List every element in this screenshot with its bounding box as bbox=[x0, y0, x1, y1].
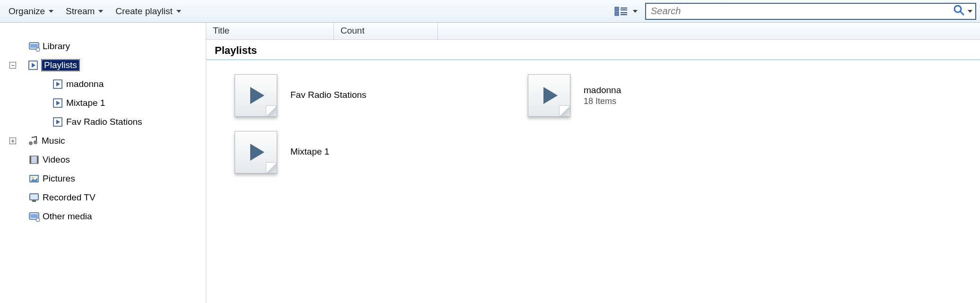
tree-label: Videos bbox=[43, 155, 70, 165]
group-header[interactable]: Playlists bbox=[206, 40, 980, 60]
svg-rect-23 bbox=[37, 156, 38, 164]
view-options-button[interactable] bbox=[613, 5, 639, 17]
create-playlist-menu[interactable]: Create playlist bbox=[111, 4, 185, 18]
play-icon bbox=[543, 87, 558, 104]
chevron-down-icon bbox=[633, 10, 638, 13]
play-icon bbox=[250, 144, 264, 161]
tree-item-library[interactable]: Library bbox=[9, 37, 204, 56]
navigation-tree: Library − Playlists madonna Mixtape 1 bbox=[0, 23, 206, 303]
svg-point-10 bbox=[36, 48, 40, 52]
tree-label: Music bbox=[42, 136, 65, 146]
tree-item-music[interactable]: + Music bbox=[9, 131, 204, 150]
collapse-icon[interactable]: − bbox=[9, 62, 16, 69]
svg-rect-9 bbox=[30, 44, 38, 48]
tree-item-playlists[interactable]: − Playlists bbox=[9, 56, 204, 75]
view-grid-icon bbox=[615, 6, 628, 17]
content-pane: Title Count Playlists Fav Radio Stations bbox=[206, 23, 980, 303]
playlist-text: Mixtape 1 bbox=[290, 147, 329, 158]
playlist-text: madonna 18 Items bbox=[584, 85, 621, 106]
svg-rect-29 bbox=[30, 214, 38, 218]
playlist-grid: Fav Radio Stations madonna 18 Items bbox=[206, 60, 980, 188]
search-icon[interactable] bbox=[954, 5, 964, 17]
tree-item-videos[interactable]: Videos bbox=[9, 150, 204, 169]
play-icon bbox=[250, 87, 264, 104]
tree-label: Library bbox=[43, 41, 70, 52]
tree-item-playlist-child[interactable]: Mixtape 1 bbox=[9, 94, 204, 113]
tree-label: Other media bbox=[43, 211, 92, 222]
expand-icon[interactable]: + bbox=[9, 138, 16, 144]
organize-label: Organize bbox=[9, 6, 45, 17]
playlist-title: Fav Radio Stations bbox=[290, 90, 367, 100]
main-split: Library − Playlists madonna Mixtape 1 bbox=[0, 23, 980, 303]
stream-label: Stream bbox=[66, 6, 95, 17]
column-count-label: Count bbox=[341, 26, 365, 35]
picture-icon bbox=[28, 173, 40, 184]
tree-label: Pictures bbox=[43, 173, 75, 184]
playlist-icon bbox=[52, 97, 63, 109]
tree-label: Playlists bbox=[42, 60, 79, 71]
tree-label: Recorded TV bbox=[43, 192, 96, 203]
playlist-thumb bbox=[235, 131, 277, 173]
tree-item-recorded-tv[interactable]: Recorded TV bbox=[9, 188, 204, 207]
search-input[interactable] bbox=[651, 6, 954, 17]
column-headers: Title Count bbox=[206, 23, 980, 40]
playlist-subtitle: 18 Items bbox=[584, 96, 621, 106]
playlist-title: Mixtape 1 bbox=[290, 147, 329, 157]
search-icon-wrap bbox=[954, 5, 972, 17]
toolbar: Organize Stream Create playlist bbox=[0, 0, 980, 23]
playlist-item[interactable]: Mixtape 1 bbox=[235, 131, 509, 173]
column-header-title[interactable]: Title bbox=[206, 23, 334, 39]
chevron-down-icon bbox=[968, 10, 972, 13]
chevron-down-icon bbox=[98, 10, 103, 13]
svg-rect-27 bbox=[32, 200, 36, 202]
column-title-label: Title bbox=[213, 26, 229, 35]
search-box[interactable] bbox=[645, 3, 976, 20]
playlist-title: madonna bbox=[584, 85, 621, 95]
svg-rect-0 bbox=[615, 7, 619, 11]
library-icon bbox=[28, 41, 40, 52]
create-playlist-label: Create playlist bbox=[115, 6, 172, 17]
svg-point-19 bbox=[29, 141, 33, 145]
svg-point-30 bbox=[36, 218, 40, 222]
tree-item-playlist-child[interactable]: Fav Radio Stations bbox=[9, 113, 204, 131]
tree-item-other-media[interactable]: Other media bbox=[9, 207, 204, 226]
playlist-icon bbox=[27, 60, 39, 71]
group-header-label: Playlists bbox=[215, 44, 257, 56]
music-icon bbox=[27, 135, 39, 147]
organize-menu[interactable]: Organize bbox=[4, 4, 58, 18]
library-icon bbox=[28, 211, 40, 222]
playlist-item[interactable]: Fav Radio Stations bbox=[235, 74, 509, 117]
tree-item-playlist-child[interactable]: madonna bbox=[9, 75, 204, 94]
chevron-down-icon bbox=[49, 10, 53, 13]
playlist-item[interactable]: madonna 18 Items bbox=[528, 74, 802, 117]
video-icon bbox=[28, 154, 40, 165]
playlist-thumb bbox=[235, 74, 277, 117]
playlist-text: Fav Radio Stations bbox=[290, 90, 367, 101]
svg-rect-22 bbox=[30, 156, 31, 164]
column-header-count[interactable]: Count bbox=[334, 23, 438, 39]
svg-line-7 bbox=[960, 11, 963, 15]
tree-label: Fav Radio Stations bbox=[66, 117, 142, 127]
chevron-down-icon bbox=[176, 10, 181, 13]
toolbar-left: Organize Stream Create playlist bbox=[4, 4, 186, 18]
svg-rect-26 bbox=[30, 194, 38, 200]
monitor-icon bbox=[28, 192, 40, 203]
svg-point-20 bbox=[34, 140, 37, 144]
stream-menu[interactable]: Stream bbox=[61, 4, 108, 18]
svg-rect-1 bbox=[615, 12, 619, 16]
playlist-icon bbox=[52, 116, 63, 128]
svg-point-25 bbox=[32, 177, 34, 179]
tree-item-pictures[interactable]: Pictures bbox=[9, 169, 204, 188]
playlist-icon bbox=[52, 78, 63, 90]
tree-label: Mixtape 1 bbox=[66, 98, 105, 108]
tree-label: madonna bbox=[66, 79, 104, 89]
playlist-thumb bbox=[528, 74, 570, 117]
